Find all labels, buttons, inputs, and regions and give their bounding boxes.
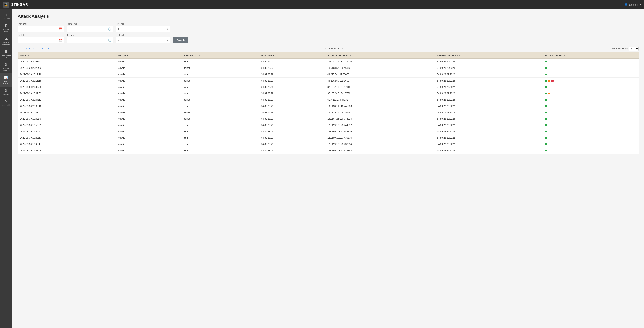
severity-indicator-green xyxy=(544,61,547,63)
cell-source-address: 128.199.103.239:39376 xyxy=(325,135,435,141)
cell-protocol: ssh xyxy=(182,128,259,135)
sidebar-label-settings: Settings xyxy=(3,93,10,96)
cell-attack-severity xyxy=(542,141,638,147)
page-link-5[interactable]: 5 xyxy=(32,47,35,50)
cell-target-address: 54.89.28.29:2222 xyxy=(435,141,542,147)
table-row[interactable]: 2022-08-30 19:48:53 cowrie ssh 54.89.28.… xyxy=(18,135,638,141)
user-icon: 👤 xyxy=(624,3,628,6)
cell-date: 2022-08-30 20:16:15 xyxy=(18,78,116,84)
severity-bar xyxy=(544,74,636,75)
from-date-input-wrap: 📅 xyxy=(18,26,64,32)
cell-attack-severity xyxy=(542,103,638,109)
cell-hp-type: cowrie xyxy=(116,84,182,90)
sidebar-item-manage-hosts[interactable]: 🖥 Manage Hosts xyxy=(0,22,12,35)
table-row[interactable]: 2022-08-30 20:19:19 cowrie ssh 54.89.28.… xyxy=(18,71,638,78)
to-time-input[interactable] xyxy=(67,37,113,44)
hp-type-select-wrap: all cowrie dionaea conpot ▾ xyxy=(116,26,170,32)
cell-target-address: 54.89.28.29:2223 xyxy=(435,109,542,116)
search-button[interactable]: Search xyxy=(173,37,188,44)
severity-indicator-green xyxy=(544,137,547,139)
cell-source-address: 37.187.146.134:47613 xyxy=(325,84,435,90)
sidebar-item-settings[interactable]: ⚙ Settings xyxy=(0,87,12,97)
page-link-last[interactable]: last xyxy=(46,47,51,50)
from-date-label: From Date xyxy=(18,23,64,25)
user-guide-icon: ? xyxy=(5,99,7,103)
cell-source-address: 171.244.140.174:42220 xyxy=(325,59,435,65)
cell-hp-type: cowrie xyxy=(116,147,182,154)
cell-attack-severity xyxy=(542,116,638,122)
sort-target-icon: ⇅ xyxy=(459,54,461,57)
cell-target-address: 54.89.28.29:2223 xyxy=(435,97,542,103)
cell-source-address: 183.164.254.201:44025 xyxy=(325,116,435,122)
pagination-right: 50 Rows/Page 50 100 200 xyxy=(612,47,638,51)
cell-hp-type: cowrie xyxy=(116,109,182,116)
sidebar-item-user-guide[interactable]: ? User Guide xyxy=(0,97,12,108)
table-row[interactable]: 2022-08-30 19:50:01 cowrie ssh 54.89.28.… xyxy=(18,122,638,128)
cell-protocol: telnet xyxy=(182,97,259,103)
cell-target-address: 54.89.28.29:2222 xyxy=(435,103,542,109)
hp-type-select[interactable]: all cowrie dionaea conpot xyxy=(116,26,170,32)
settings-icon: ⚙ xyxy=(4,88,8,93)
cell-target-address: 54.89.28.29:2223 xyxy=(435,65,542,71)
cell-attack-severity xyxy=(542,84,638,90)
table-row[interactable]: 2022-08-30 20:16:15 cowrie telnet 54.89.… xyxy=(18,78,638,84)
page-link-4[interactable]: 4 xyxy=(28,47,31,50)
table-row[interactable]: 2022-08-30 19:48:17 cowrie ssh 54.89.28.… xyxy=(18,141,638,147)
from-time-input[interactable] xyxy=(67,26,113,32)
hp-type-label: HP Type xyxy=(116,23,170,25)
col-protocol[interactable]: PROTOCOL ⇅ xyxy=(182,52,259,59)
table-row[interactable]: 2022-08-30 19:47:44 cowrie ssh 54.89.28.… xyxy=(18,147,638,154)
from-time-group: From Time 🕐 xyxy=(67,23,113,32)
to-date-input[interactable] xyxy=(18,37,64,44)
clock-icon-from-time: 🕐 xyxy=(108,28,111,31)
col-target-address[interactable]: TARGET ADDRESS ⇅ xyxy=(435,52,542,59)
pagination-next-icon[interactable]: › xyxy=(52,47,52,50)
col-source-address[interactable]: SOURCE ADDRESS ⇅ xyxy=(325,52,435,59)
sidebar-item-attack-analysis[interactable]: 📊 Attack Analysis xyxy=(0,73,12,87)
cell-attack-severity xyxy=(542,109,638,116)
cell-protocol: ssh xyxy=(182,135,259,141)
table-row[interactable]: 2022-08-30 19:49:27 cowrie ssh 54.89.28.… xyxy=(18,128,638,135)
from-time-input-wrap: 🕐 xyxy=(67,26,113,32)
sidebar-item-deploy-honeypot[interactable]: ☁ Deploy Honeypot xyxy=(0,34,12,48)
cell-hp-type: cowrie xyxy=(116,59,182,65)
cell-attack-severity xyxy=(542,90,638,97)
cell-target-address: 54.89.28.29:2222 xyxy=(435,59,542,65)
table-row[interactable]: 2022-08-30 20:06:16 cowrie ssh 54.89.28.… xyxy=(18,103,638,109)
cell-protocol: telnet xyxy=(182,116,259,122)
to-date-label: To Date xyxy=(18,34,64,36)
table-header: DATE ⇅ HP TYPE ⇅ PROTOCOL ⇅ HOSTNAME SOU… xyxy=(18,52,638,59)
page-link-1824[interactable]: 1824 xyxy=(38,47,45,50)
to-time-label: To Time xyxy=(67,34,113,36)
cell-hp-type: cowrie xyxy=(116,135,182,141)
table-row[interactable]: 2022-08-30 20:07:11 cowrie telnet 54.89.… xyxy=(18,97,638,103)
col-date[interactable]: DATE ⇅ xyxy=(18,52,116,59)
sidebar-label-manage-hosts: Manage Hosts xyxy=(1,29,12,33)
sort-hp-type-icon: ⇅ xyxy=(130,54,131,57)
table-row[interactable]: 2022-08-30 20:01:41 cowrie telnet 54.89.… xyxy=(18,109,638,116)
cell-attack-severity xyxy=(542,59,638,65)
sidebar-item-manage-honeypots[interactable]: ⚙ Manage Honeypots xyxy=(0,61,12,74)
table-row[interactable]: 2022-08-30 20:20:22 cowrie telnet 54.89.… xyxy=(18,65,638,71)
page-link-3[interactable]: 3 xyxy=(25,47,28,50)
table-row[interactable]: 2022-08-30 20:09:53 cowrie ssh 54.89.28.… xyxy=(18,84,638,90)
cell-hostname: 54.89.28.29 xyxy=(259,109,325,116)
sort-protocol-icon: ⇅ xyxy=(198,54,200,57)
sidebar-item-dashboard[interactable]: ⊞ Dashboard xyxy=(0,11,12,22)
table-row[interactable]: 2022-08-30 20:09:52 cowrie ssh 54.89.28.… xyxy=(18,90,638,97)
sidebar-item-deployment-log[interactable]: ☰ Deployment Log xyxy=(0,48,12,61)
rows-per-page-select[interactable]: 50 100 200 xyxy=(629,47,638,51)
table-row[interactable]: 2022-08-30 19:52:40 cowrie telnet 54.89.… xyxy=(18,116,638,122)
from-date-input[interactable] xyxy=(18,26,64,32)
dropdown-arrow-icon[interactable]: ▾ xyxy=(640,3,641,6)
cell-source-address: 43.225.54.207:33070 xyxy=(325,71,435,78)
cell-source-address: 190.128.118.185:45203 xyxy=(325,103,435,109)
protocol-select[interactable]: all ssh telnet http ftp xyxy=(116,37,170,44)
cell-target-address: 54.89.28.29:2222 xyxy=(435,128,542,135)
cell-hostname: 54.89.28.29 xyxy=(259,71,325,78)
severity-indicator-red xyxy=(551,80,554,82)
col-attack-severity: ATTACK SEVERITY xyxy=(542,52,638,59)
page-link-2[interactable]: 2 xyxy=(21,47,24,50)
table-row[interactable]: 2022-08-30 20:21:33 cowrie ssh 54.89.28.… xyxy=(18,59,638,65)
col-hp-type[interactable]: HP TYPE ⇅ xyxy=(116,52,182,59)
